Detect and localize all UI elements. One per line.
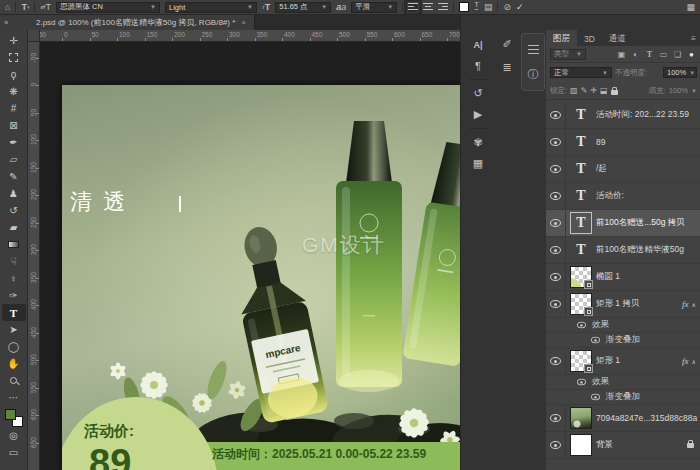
- layer-thumbnail-shape[interactable]: [570, 293, 592, 315]
- visibility-toggle[interactable]: [546, 129, 566, 155]
- background-lock[interactable]: [687, 440, 700, 450]
- layer-name[interactable]: 活动价:: [596, 190, 700, 202]
- layer-thumbnail-background[interactable]: [570, 434, 592, 456]
- ruler-corner[interactable]: [28, 30, 40, 42]
- type-tool[interactable]: T: [2, 304, 26, 321]
- lock-position-icon[interactable]: ✛: [590, 86, 597, 95]
- font-style-select[interactable]: Light▼: [165, 2, 257, 13]
- align-center-icon[interactable]: [423, 3, 433, 12]
- path-selection-tool[interactable]: ➤: [2, 321, 26, 338]
- layer-row[interactable]: T 89: [546, 129, 700, 156]
- layer-thumbnail-shape[interactable]: [570, 266, 592, 288]
- layer-row[interactable]: 椭圆 1: [546, 264, 700, 291]
- layer-row[interactable]: 矩形 1 fx∧: [546, 348, 700, 375]
- blend-mode-select[interactable]: 正常▼: [550, 67, 612, 78]
- opacity-select[interactable]: 100%▼: [663, 67, 697, 78]
- layer-row-selected[interactable]: T 前100名赠送...50g 拷贝: [546, 210, 700, 237]
- visibility-toggle[interactable]: [546, 156, 566, 182]
- effects-row[interactable]: 效果: [546, 375, 700, 390]
- gradient-overlay-row[interactable]: 渐变叠加: [546, 333, 700, 348]
- font-family-select[interactable]: 思源黑体 CN▼: [56, 2, 160, 13]
- layer-row[interactable]: T 前100名赠送精华液50g: [546, 237, 700, 264]
- glyphs-panel-icon[interactable]: ▦: [467, 154, 489, 173]
- pasteboard[interactable]: mpcare 清透 GM设计 活动价: 89 活动时间：2025.05.21 0…: [40, 42, 460, 470]
- gradient-overlay-row[interactable]: 渐变叠加: [546, 390, 700, 405]
- visibility-toggle[interactable]: [546, 183, 566, 209]
- layer-name[interactable]: 前100名赠送...50g 拷贝: [596, 217, 700, 229]
- layer-row[interactable]: 背景: [546, 432, 700, 459]
- lock-all-icon[interactable]: [611, 90, 618, 95]
- pen-tool[interactable]: ✑: [2, 287, 26, 304]
- ruler-v[interactable]: -500501001502002503003504004505005506006…: [28, 42, 40, 470]
- zoom-tool[interactable]: [2, 372, 26, 389]
- toolbar-collapse-arrows[interactable]: »: [0, 15, 28, 30]
- actions-panel-icon[interactable]: ▶: [467, 105, 489, 124]
- layer-name[interactable]: 89: [596, 137, 700, 147]
- document-canvas[interactable]: mpcare 清透 GM设计 活动价: 89 活动时间：2025.05.21 0…: [62, 85, 460, 470]
- filter-pixel-icon[interactable]: ▣: [616, 50, 627, 59]
- lock-pixels-icon[interactable]: ✎: [581, 86, 588, 95]
- layer-row[interactable]: T /起: [546, 156, 700, 183]
- paragraph-panel-icon[interactable]: ¶: [467, 56, 489, 75]
- visibility-toggle[interactable]: [546, 291, 566, 317]
- crop-tool[interactable]: #: [2, 100, 26, 117]
- filter-adjustment-icon[interactable]: ◐: [630, 50, 641, 59]
- panel-menu-icon[interactable]: ≡: [686, 30, 700, 46]
- toggle-panels-icon[interactable]: ▤: [484, 3, 493, 12]
- visibility-toggle[interactable]: [546, 264, 566, 290]
- tab-3d[interactable]: 3D: [577, 30, 602, 46]
- foreground-color-swatch[interactable]: [5, 409, 16, 420]
- shape-tool[interactable]: ◯: [2, 338, 26, 355]
- marquee-tool[interactable]: [2, 49, 26, 66]
- layer-name[interactable]: 矩形 1 拷贝: [596, 298, 682, 310]
- lasso-tool[interactable]: ϙ: [2, 66, 26, 83]
- workspace-icon[interactable]: ▦: [686, 3, 695, 12]
- eyedropper-tool[interactable]: ✒: [2, 134, 26, 151]
- frame-tool[interactable]: ⊠: [2, 117, 26, 134]
- type-tool-preset-icon[interactable]: T▾: [21, 3, 29, 12]
- gradient-tool[interactable]: [2, 236, 26, 253]
- warp-text-icon[interactable]: T⌣: [474, 3, 479, 11]
- smudge-tool[interactable]: ☟: [2, 253, 26, 270]
- eraser-tool[interactable]: ▰: [2, 219, 26, 236]
- history-brush-tool[interactable]: ↺: [2, 202, 26, 219]
- filter-shape-icon[interactable]: ▭: [658, 50, 669, 59]
- layer-name[interactable]: 椭圆 1: [596, 271, 700, 283]
- visibility-toggle[interactable]: [546, 405, 566, 431]
- lock-transparent-icon[interactable]: ▨: [570, 86, 578, 95]
- align-left-icon[interactable]: [408, 3, 418, 12]
- clone-source-panel-icon[interactable]: ≣: [496, 58, 518, 77]
- document-tab[interactable]: 2.psd @ 100% (前100名赠送精华液50g 拷贝, RGB/8#) …: [28, 15, 255, 30]
- visibility-toggle[interactable]: [546, 237, 566, 263]
- layer-thumbnail-text[interactable]: T: [570, 212, 592, 234]
- clone-stamp-tool[interactable]: ♟: [2, 185, 26, 202]
- eye-icon[interactable]: [577, 322, 586, 328]
- eye-icon[interactable]: [591, 394, 600, 400]
- anti-alias-select[interactable]: 平滑▼: [351, 2, 397, 13]
- layer-name[interactable]: 前100名赠送精华液50g: [596, 244, 700, 256]
- visibility-toggle[interactable]: [546, 348, 566, 374]
- filter-toggle-icon[interactable]: ●: [686, 50, 697, 59]
- layer-row[interactable]: T 活动价:: [546, 183, 700, 210]
- layer-thumbnail-shape[interactable]: [570, 350, 592, 372]
- eye-icon[interactable]: [591, 337, 600, 343]
- visibility-toggle[interactable]: [546, 102, 566, 128]
- filter-kind-select[interactable]: 类型▼: [550, 49, 586, 60]
- layer-thumbnail-text[interactable]: T: [570, 104, 592, 126]
- brush-tool[interactable]: ✎: [2, 168, 26, 185]
- text-color-swatch[interactable]: [459, 2, 469, 12]
- layer-name[interactable]: 7094a8247e...315d88c88a: [596, 413, 700, 423]
- edit-toolbar-icon[interactable]: ⋯: [2, 389, 26, 406]
- color-swatches[interactable]: [5, 409, 23, 427]
- filter-smart-object-icon[interactable]: ❏: [672, 50, 683, 59]
- font-size-select[interactable]: 51.65 点▼: [275, 2, 331, 13]
- hand-tool[interactable]: ✋: [2, 355, 26, 372]
- effects-row[interactable]: 效果: [546, 318, 700, 333]
- commit-edit-icon[interactable]: ✓: [516, 3, 524, 12]
- ruler-h[interactable]: -500501001502002503003504004505005506006…: [40, 30, 460, 42]
- brush-settings-panel-icon[interactable]: ✐: [496, 35, 518, 54]
- swatches-panel-icon[interactable]: ✾: [467, 133, 489, 152]
- layer-thumbnail-text[interactable]: T: [570, 185, 592, 207]
- character-panel-icon[interactable]: A|: [467, 35, 489, 54]
- layer-thumbnail-image[interactable]: [570, 407, 592, 429]
